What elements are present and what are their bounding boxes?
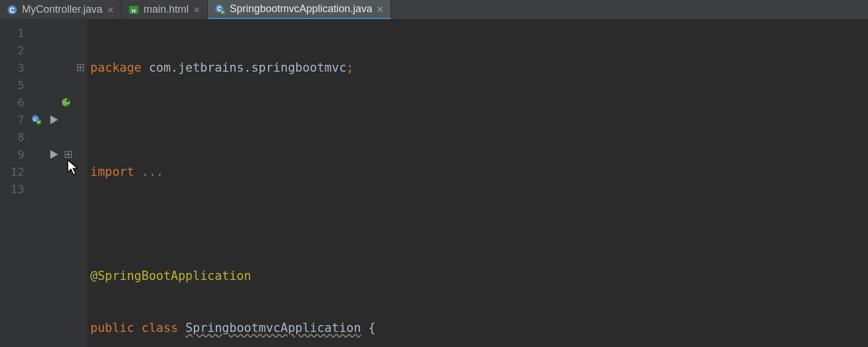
line-number: 8 [0,130,28,144]
code-area[interactable]: package com.jetbrains.springbootmvc; imp… [87,20,868,347]
line-number: 3 [0,61,28,75]
editor-gutter: 1 2 3 5 6 7 C 8 [0,20,87,347]
close-icon[interactable] [377,6,384,13]
line-number: 13 [0,182,28,196]
fold-expand-icon[interactable] [75,64,86,71]
line-number: 12 [0,165,28,179]
line-number: 6 [0,95,28,109]
tab-mainhtml[interactable]: H main.html [122,0,208,19]
runnable-class-icon[interactable]: C [28,115,45,125]
tab-label: SpringbootmvcApplication.java [230,3,372,15]
code-line: import ... [90,163,868,180]
java-runnable-class-icon: C [215,4,225,14]
svg-marker-17 [50,150,58,159]
code-editor[interactable]: 1 2 3 5 6 7 C 8 [0,20,868,347]
tab-label: MyController.java [22,3,102,16]
java-class-icon: C [7,5,17,15]
line-number: 7 [0,113,28,127]
close-icon[interactable] [193,6,200,13]
code-line [90,215,868,232]
fold-expand-icon[interactable] [62,151,74,158]
code-line: public class SpringbootmvcApplication { [90,319,868,337]
spring-bean-icon[interactable] [57,97,75,108]
close-icon[interactable] [107,6,114,13]
editor-tabs: C MyController.java H main.html C Spring… [0,0,868,20]
line-number: 5 [0,78,28,92]
line-number: 9 [0,147,28,161]
line-number: 1 [0,26,28,40]
html-file-icon: H [128,5,139,15]
code-line: @SpringBootApplication [90,267,868,285]
svg-point-10 [67,99,69,102]
svg-text:H: H [132,8,136,13]
line-number: 2 [0,43,28,57]
svg-text:C: C [10,6,15,14]
code-line: package com.jetbrains.springbootmvc; [90,59,868,76]
tab-mycontroller[interactable]: C MyController.java [0,0,122,19]
run-gutter-icon[interactable] [45,149,62,160]
code-line [90,111,868,128]
tab-label: main.html [144,3,189,16]
tab-springbootmvc-app[interactable]: C SpringbootmvcApplication.java [208,0,391,19]
run-gutter-icon[interactable] [45,115,62,125]
svg-marker-16 [50,116,58,124]
